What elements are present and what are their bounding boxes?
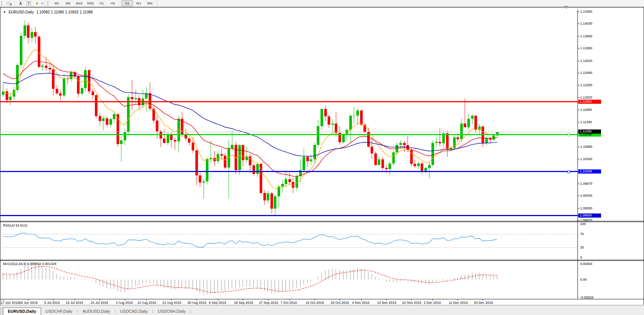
macd-histogram-bar: [207, 280, 207, 294]
rsi-scale-label[interactable]: 100: [580, 222, 586, 226]
price-axis-tick-label[interactable]: 1.13690: [580, 34, 592, 38]
price-axis-tick-label[interactable]: 1.09670: [580, 182, 592, 185]
horizontal-line-object[interactable]: [0, 215, 578, 216]
bid-price-line: [0, 132, 578, 132]
macd-histogram-bar: [49, 268, 50, 280]
price-axis-tick-label[interactable]: 1.12350: [580, 83, 592, 87]
date-axis-label[interactable]: 20 Dec 2019: [474, 301, 493, 305]
price-axis-tick-label[interactable]: 1.12690: [580, 71, 592, 75]
tab-usdcnh-daily[interactable]: USDCNH,Daily: [153, 308, 190, 315]
price-axis-tick-label[interactable]: 1.12020: [580, 96, 592, 99]
tab-usdchf-daily[interactable]: USDCHF,Daily: [41, 308, 77, 315]
pane-splitter[interactable]: [0, 261, 644, 261]
pane-splitter[interactable]: [0, 221, 644, 221]
pane-splitter[interactable]: [0, 260, 644, 260]
rsi-level-line: [0, 234, 578, 234]
date-axis-label[interactable]: 9 Sep 2019: [209, 301, 226, 305]
macd-scale-label[interactable]: 0.00: [580, 278, 587, 281]
timeframe-m30-button[interactable]: M30: [85, 0, 96, 6]
rsi-scale-label[interactable]: 30: [580, 246, 584, 249]
price-axis-tick-label[interactable]: 1.10340: [580, 157, 592, 161]
arrow-objects-icon[interactable]: ✦: [34, 1, 40, 6]
price-axis-tick-label[interactable]: 1.11680: [580, 108, 592, 112]
tab-eurusd-daily[interactable]: EURUSD,Daily: [3, 308, 41, 315]
text-tool-icon[interactable]: A: [18, 1, 24, 6]
candle-body: [396, 145, 398, 153]
date-axis-label[interactable]: 16 Oct 2019: [306, 301, 324, 305]
toolbar-drag-handle[interactable]: [47, 1, 50, 6]
macd-histogram-bar: [439, 280, 440, 280]
date-axis-label[interactable]: 26 Jun 2019: [19, 301, 38, 305]
date-axis-label[interactable]: 17 Jun 2019: [1, 301, 19, 305]
candle-wick: [211, 140, 211, 163]
chart-window[interactable]: ▼ EURUSD,Daily 1.10982 1.11086 1.10932 1…: [0, 7, 644, 305]
price-axis-tick-label[interactable]: 1.14030: [580, 22, 592, 25]
macd-scale-label[interactable]: 0.00463: [580, 262, 592, 266]
candle-body: [306, 157, 309, 161]
price-axis-tick-label[interactable]: 1.11350: [580, 120, 592, 124]
horizontal-line-object[interactable]: [0, 134, 578, 135]
date-axis-label[interactable]: 11 Dec 2019: [449, 301, 467, 305]
date-axis-label[interactable]: 7 Oct 2019: [281, 301, 297, 305]
rsi-scale-label[interactable]: 0: [580, 256, 582, 259]
timeframe-h4-button[interactable]: H4: [107, 0, 118, 6]
tab-usdcad-daily[interactable]: USDCAD,Daily: [116, 308, 152, 315]
line-handle[interactable]: [567, 171, 570, 173]
candle-body: [88, 70, 90, 91]
date-axis-label[interactable]: 24 Jul 2019: [91, 301, 108, 305]
price-axis-tick-label[interactable]: 1.13020: [580, 59, 592, 63]
timeframe-m1-button[interactable]: M1: [51, 0, 62, 6]
line-handle[interactable]: [567, 134, 570, 136]
date-axis-label[interactable]: 5 Jul 2019: [44, 301, 60, 305]
date-axis-label[interactable]: 2 Dec 2019: [424, 301, 441, 305]
fibonacci-tool-icon[interactable]: F: [6, 1, 12, 6]
macd-scale-label[interactable]: -0.00529: [580, 296, 594, 299]
horizontal-line-object[interactable]: [0, 101, 578, 102]
chart-shift-marker-icon[interactable]: [564, 6, 569, 9]
macd-histogram-bar: [275, 280, 275, 293]
candle-body: [13, 90, 15, 97]
timeframe-mn-button[interactable]: MN: [144, 0, 155, 6]
price-axis-tick-label[interactable]: 1.08670: [580, 218, 592, 222]
date-axis-label[interactable]: 15 Jul 2019: [66, 301, 83, 305]
pane-splitter[interactable]: [0, 222, 644, 222]
date-axis-tickmark: [218, 299, 218, 300]
date-axis-label[interactable]: 18 Sep 2019: [234, 301, 253, 305]
macd-histogram-bar: [6, 274, 7, 280]
date-axis-label[interactable]: 12 Aug 2019: [137, 301, 156, 305]
timeframe-d1-button[interactable]: D1: [122, 0, 133, 6]
horizontal-line-object[interactable]: [0, 171, 578, 172]
toolbar-drag-handle[interactable]: [1, 1, 3, 6]
macd-histogram-bar: [182, 280, 182, 288]
date-axis-label[interactable]: 22 Nov 2019: [402, 301, 421, 305]
price-axis-tick-label[interactable]: 1.09340: [580, 194, 592, 197]
arrow-objects-dropdown-caret[interactable]: ▾: [41, 2, 43, 5]
candle-body: [63, 79, 65, 96]
timeframe-w1-button[interactable]: W1: [133, 0, 144, 6]
timeframe-m5-button[interactable]: M5: [62, 0, 74, 6]
timeframe-h1-button[interactable]: H1: [96, 0, 107, 6]
date-axis-label[interactable]: 25 Oct 2019: [331, 301, 349, 305]
timeframe-m15-button[interactable]: M15: [74, 0, 85, 6]
date-axis-label[interactable]: 21 Aug 2019: [162, 301, 181, 305]
tab-audusd-daily[interactable]: AUDUSD,Daily: [78, 308, 115, 315]
date-axis-label[interactable]: 2 Aug 2019: [116, 301, 133, 305]
text-label-tool-icon[interactable]: T: [26, 1, 32, 6]
price-axis-tick-label[interactable]: 1.10680: [580, 145, 592, 149]
macd-histogram-bar: [314, 280, 315, 280]
date-axis-label[interactable]: 27 Sep 2019: [259, 301, 278, 305]
candle-body: [324, 109, 327, 116]
date-axis-label[interactable]: 30 Aug 2019: [188, 301, 207, 305]
candle-body: [59, 93, 62, 96]
candle-body: [52, 69, 55, 89]
macd-histogram-bar: [46, 267, 46, 280]
price-axis-tick-label[interactable]: 1.09000: [580, 206, 592, 210]
price-axis-tick-label[interactable]: 1.13360: [580, 46, 592, 50]
rsi-scale-label[interactable]: 70: [580, 232, 584, 236]
price-axis-tick-label[interactable]: 1.14360: [580, 10, 592, 13]
candle-body: [474, 116, 477, 130]
date-axis-label[interactable]: 4 Nov 2019: [352, 301, 369, 305]
date-axis-label[interactable]: 13 Nov 2019: [377, 301, 396, 305]
macd-histogram-bar: [292, 280, 293, 290]
chart-plot-layers[interactable]: 1.143601.140301.136901.133601.130201.126…: [0, 7, 644, 305]
